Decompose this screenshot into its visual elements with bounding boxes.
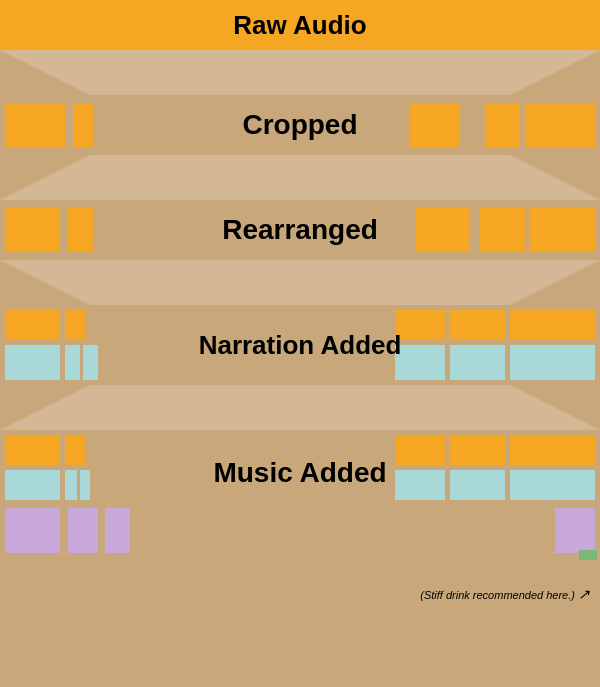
rearranged-label: Rearranged: [222, 214, 378, 246]
rearranged-section: Rearranged: [0, 200, 600, 260]
block-blue: [510, 345, 595, 380]
stiff-drink-note: (Stiff drink recommended here.) ↗: [420, 586, 590, 602]
block-purple: [5, 508, 60, 553]
divider: [402, 103, 405, 147]
block-orange: [450, 310, 505, 340]
bottom-note-area: (Stiff drink recommended here.) ↗: [0, 560, 600, 610]
cropped-section: Cropped: [0, 95, 600, 155]
block-purple: [105, 508, 130, 553]
block-orange: [480, 208, 525, 252]
block-blue: [395, 470, 445, 500]
block-purple: [68, 508, 98, 553]
raw-audio-section: Raw Audio: [0, 0, 600, 50]
narration-label: Narration Added: [199, 330, 402, 361]
block-orange: [510, 435, 595, 465]
divider: [407, 208, 410, 252]
block-orange: [530, 208, 595, 252]
block-orange: [410, 103, 460, 147]
note-text: (Stiff drink recommended here.): [420, 589, 575, 601]
music-label: Music Added: [213, 457, 386, 489]
block-blue: [450, 470, 505, 500]
block-orange: [510, 310, 595, 340]
block-orange: [485, 103, 520, 147]
music-section: Music Added: [0, 430, 600, 560]
block-orange: [415, 208, 470, 252]
narration-section: Narration Added: [0, 305, 600, 385]
block-orange: [395, 310, 445, 340]
trap-connector-3: [0, 260, 600, 305]
note-arrow: ↗: [578, 586, 590, 602]
block-blue: [395, 345, 445, 380]
block-orange: [395, 435, 445, 465]
block-orange: [525, 103, 595, 147]
block-blue: [450, 345, 505, 380]
trap-connector-2: [0, 155, 600, 200]
trap-connector-1: [0, 50, 600, 95]
block-blue: [510, 470, 595, 500]
cropped-label: Cropped: [242, 109, 357, 141]
trap-connector-4: [0, 385, 600, 430]
raw-audio-label: Raw Audio: [233, 10, 366, 41]
block-orange: [450, 435, 505, 465]
block-purple: [555, 508, 595, 553]
